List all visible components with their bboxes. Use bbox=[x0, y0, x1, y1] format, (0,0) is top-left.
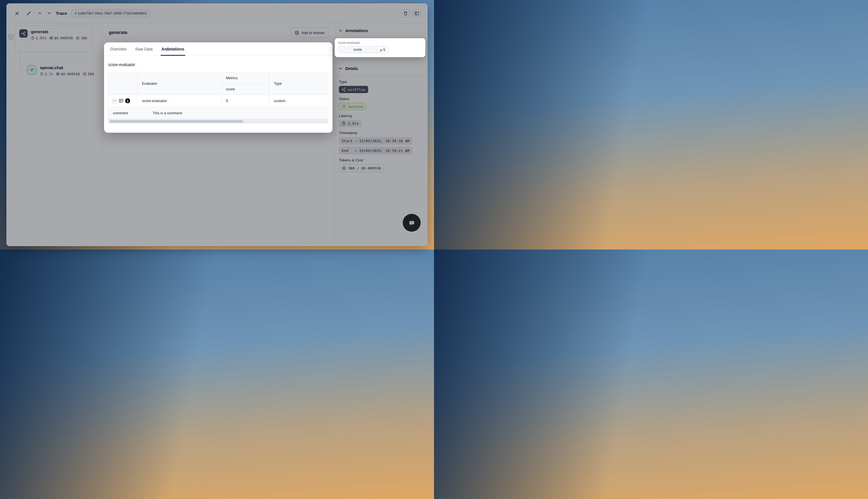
annotations-tab-panel: Overview Raw Data Annotations score-eval… bbox=[104, 42, 333, 133]
tab-annotations[interactable]: Annotations bbox=[161, 42, 184, 56]
header-cell-type: Type bbox=[269, 72, 328, 95]
cell-evaluator: score-evaluator bbox=[137, 95, 221, 107]
comment-value: This is a comment bbox=[147, 107, 328, 119]
tab-overview[interactable]: Overview bbox=[110, 42, 126, 56]
text-selection-highlight: n bbox=[167, 47, 169, 51]
header-cell-metrics: Metrics score bbox=[221, 72, 269, 95]
table-row[interactable]: 1 score-evaluator 5 custom bbox=[108, 95, 328, 107]
comment-key: comment bbox=[108, 107, 147, 119]
table-header-row: Evaluator Metrics score Type bbox=[108, 72, 328, 95]
horizontal-scrollbar[interactable] bbox=[108, 119, 328, 123]
tab-raw-data[interactable]: Raw Data bbox=[135, 42, 152, 56]
row-checkbox-indeterminate[interactable] bbox=[112, 98, 117, 104]
span-tabs: Overview Raw Data Annotations bbox=[104, 42, 333, 56]
annotation-evaluator-label: score-evaluator bbox=[338, 41, 422, 44]
header-cell-evaluator: Evaluator bbox=[137, 72, 221, 95]
comment-count-badge: 1 bbox=[125, 98, 130, 103]
comment-icon[interactable] bbox=[119, 98, 123, 104]
metric-name: score bbox=[338, 47, 377, 53]
evaluator-heading: score-evaluator bbox=[108, 62, 333, 67]
metric-mean-value: µ 5 bbox=[377, 47, 388, 53]
annotations-table: Evaluator Metrics score Type 1 bbox=[108, 72, 328, 119]
header-cell-metric-score: score bbox=[221, 84, 269, 95]
annotation-score-card[interactable]: score-evaluator score µ 5 bbox=[335, 38, 425, 57]
comment-row: comment This is a comment bbox=[108, 107, 328, 119]
score-metric-pill[interactable]: score µ 5 bbox=[338, 46, 388, 53]
header-cell-actions bbox=[108, 72, 137, 95]
cell-score: 5 bbox=[221, 95, 269, 107]
cell-type: custom bbox=[269, 95, 328, 107]
scrollbar-thumb[interactable] bbox=[109, 120, 243, 123]
trace-sheet: Trace # 1cbb70e7-34a1-7bb7-3498-771b7d46… bbox=[7, 3, 427, 246]
